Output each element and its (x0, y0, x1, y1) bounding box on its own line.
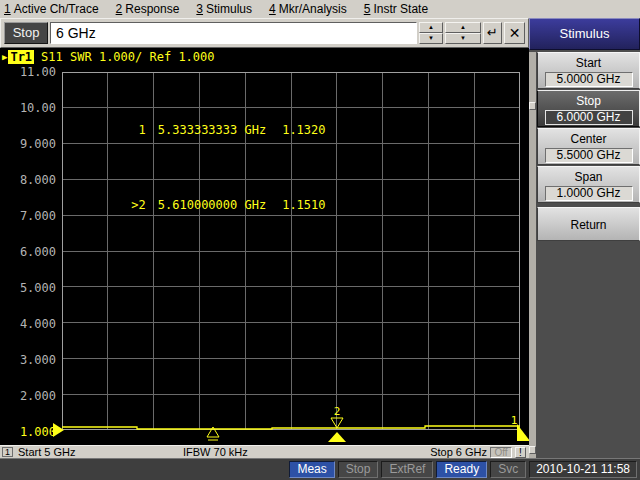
marker-number: 1 (124, 123, 146, 138)
trace-measurement-text: S11 SWR 1.000/ Ref 1.000 (41, 50, 214, 64)
marker-value: 1.1510 (282, 198, 325, 212)
scroll-down-nub[interactable] (529, 446, 536, 454)
marker-number: >2 (124, 198, 146, 213)
status-stop: Stop (338, 461, 379, 478)
coarse-stepper: ▲ ▼ (445, 22, 481, 44)
menu-item-label: Instr State (373, 2, 428, 16)
marker-value: 1.1320 (282, 123, 325, 137)
spin-down-button[interactable]: ▼ (419, 33, 443, 44)
softkey-return[interactable]: Return (537, 207, 640, 241)
menu-accel-number: 5 (364, 2, 371, 16)
off-indicator: Off (490, 447, 512, 458)
spin-down-icon: ▼ (460, 35, 466, 41)
softkey-label: Start (538, 56, 639, 70)
menu-bar: 1Active Ch/Trace 2Response 3Stimulus 4Mk… (0, 0, 640, 18)
softkey-value: 6.0000 GHz (545, 110, 633, 125)
y-axis-labels: 11.00 10.00 9.000 8.000 7.000 6.000 5.00… (2, 65, 56, 439)
softkey-start[interactable]: Start 5.0000 GHz (537, 52, 640, 89)
marker-readout-table: 15.333333333 GHz1.1320 >25.610000000 GHz… (66, 78, 326, 258)
menu-item-stimulus[interactable]: 3Stimulus (196, 2, 252, 16)
marker-row: 15.333333333 GHz1.1320 (66, 108, 326, 153)
close-entry-button[interactable]: ✕ (504, 22, 525, 44)
softkey-value: 1.0000 GHz (545, 186, 633, 201)
spin-up-button[interactable]: ▲ (445, 22, 481, 33)
close-icon: ✕ (509, 25, 521, 41)
y-tick-label: 2.000 (20, 389, 56, 403)
entry-toolbar: Stop ▲ ▼ ▲ ▼ ↵ ✕ (0, 18, 529, 48)
entry-field-label: Stop (4, 22, 48, 44)
channel-status-bar: 1 Start 5 GHz IFBW 70 kHz Stop 6 GHz Off… (0, 445, 529, 458)
active-marker-stimulus-icon (328, 432, 346, 442)
softkey-menu-title: Stimulus (529, 18, 640, 50)
softkey-label: Stop (538, 94, 639, 108)
spin-up-button[interactable]: ▲ (419, 22, 443, 33)
vna-application-window: 1Active Ch/Trace 2Response 3Stimulus 4Mk… (0, 0, 640, 480)
marker-frequency: 5.610000000 GHz (158, 198, 266, 212)
datetime-display: 2010-10-21 11:58 (529, 461, 637, 478)
menu-item-mkr-analysis[interactable]: 4Mkr/Analysis (269, 2, 347, 16)
menu-accel-number: 1 (4, 2, 11, 16)
menu-item-label: Response (125, 2, 179, 16)
menu-item-response[interactable]: 2Response (116, 2, 180, 16)
softkey-label: Span (538, 170, 639, 184)
y-tick-label: 4.000 (20, 317, 56, 331)
entry-value-input[interactable] (50, 22, 417, 44)
status-svc: Svc (490, 461, 526, 478)
softkey-scrollbar[interactable] (529, 52, 536, 458)
y-tick-label: 3.000 (20, 353, 56, 367)
y-tick-label-reference: 1.000 (20, 425, 56, 439)
y-tick-label: 7.000 (20, 209, 56, 223)
y-tick-label: 11.00 (20, 65, 56, 79)
y-tick-label: 5.000 (20, 281, 56, 295)
alert-indicator: ! (515, 447, 526, 458)
menu-item-instr-state[interactable]: 5Instr State (364, 2, 428, 16)
spin-down-icon: ▼ (428, 35, 434, 41)
menu-item-label: Stimulus (206, 2, 252, 16)
softkey-sidebar: Stimulus Start 5.0000 GHz Stop 6.0000 GH… (529, 18, 640, 458)
menu-accel-number: 4 (269, 2, 276, 16)
y-tick-label: 6.000 (20, 245, 56, 259)
softkey-value: 5.5000 GHz (545, 148, 633, 163)
menu-accel-number: 2 (116, 2, 123, 16)
menu-item-label: Active Ch/Trace (14, 2, 99, 16)
y-tick-label: 8.000 (20, 173, 56, 187)
softkey-column: Start 5.0000 GHz Stop 6.0000 GHz Center … (537, 52, 640, 242)
marker-row: >25.610000000 GHz1.1510 (66, 183, 326, 228)
fine-stepper: ▲ ▼ (419, 22, 443, 44)
status-ready: Ready (436, 461, 487, 478)
lcd-display: ▶ Tr1 S11 SWR 1.000/ Ref 1.000 11.00 10.… (0, 48, 529, 445)
scroll-up-nub[interactable] (529, 102, 536, 110)
marker-frequency: 5.333333333 GHz (158, 123, 266, 137)
active-trace-arrow-icon: ▶ (2, 52, 7, 62)
marker-2-number: 2 (334, 405, 341, 418)
channel-number-badge: 1 (2, 447, 13, 457)
sweep-end-number: 1 (511, 414, 518, 427)
trace-status-line: ▶ Tr1 S11 SWR 1.000/ Ref 1.000 (2, 50, 215, 64)
instrument-status-bar: Meas Stop ExtRef Ready Svc 2010-10-21 11… (0, 458, 640, 480)
softkey-center[interactable]: Center 5.5000 GHz (537, 128, 640, 165)
spin-up-icon: ▲ (428, 24, 434, 30)
spin-down-button[interactable]: ▼ (445, 33, 481, 44)
softkey-span[interactable]: Span 1.0000 GHz (537, 166, 640, 203)
softkey-label: Return (538, 218, 639, 232)
y-tick-label: 10.00 (20, 101, 56, 115)
softkey-value: 5.0000 GHz (545, 72, 633, 87)
spin-up-icon: ▲ (460, 24, 466, 30)
menu-accel-number: 3 (196, 2, 203, 16)
trace-number-badge[interactable]: Tr1 (8, 50, 34, 64)
menu-item-label: Mkr/Analysis (279, 2, 347, 16)
status-extref: ExtRef (381, 461, 433, 478)
enter-icon: ↵ (487, 25, 498, 40)
menu-item-active-ch-trace[interactable]: 1Active Ch/Trace (4, 2, 99, 16)
softkey-stop[interactable]: Stop 6.0000 GHz (537, 90, 640, 127)
y-tick-label: 9.000 (20, 137, 56, 151)
softkey-label: Center (538, 132, 639, 146)
sweep-end-marker: 1 (511, 414, 530, 441)
status-meas: Meas (289, 461, 334, 478)
enter-button[interactable]: ↵ (483, 22, 502, 44)
